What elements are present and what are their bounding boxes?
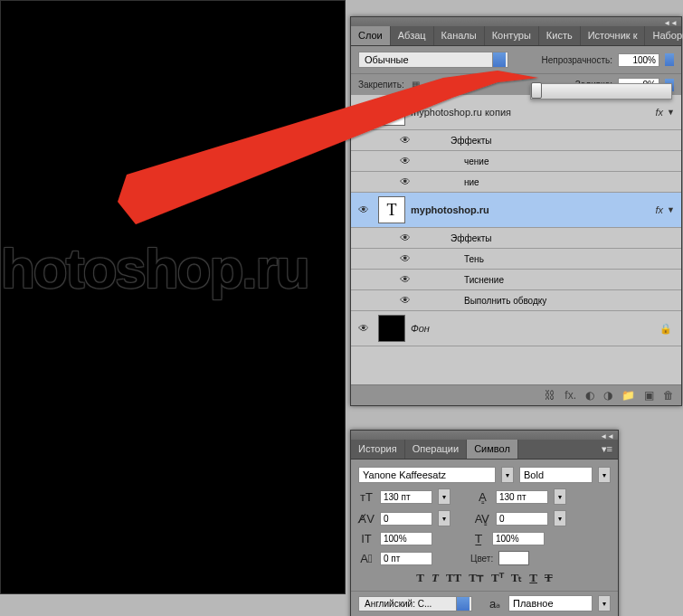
kerning-input[interactable]: 0	[380, 512, 432, 526]
expand-arrow-icon[interactable]: ▼	[667, 205, 678, 214]
tab-actions[interactable]: Операции	[405, 440, 467, 459]
effect-header[interactable]: 👁 Эффекты	[351, 228, 681, 249]
visibility-icon[interactable]: 👁	[396, 232, 414, 244]
tab-source[interactable]: Источник к	[581, 26, 646, 45]
visibility-icon[interactable]: 👁	[396, 175, 414, 188]
tracking-input[interactable]: 0	[496, 512, 548, 526]
visibility-icon[interactable]: 👁	[396, 273, 414, 286]
effect-item[interactable]: 👁 Тень	[351, 249, 681, 270]
panel-drag-header[interactable]: ◄◄	[351, 17, 681, 26]
smallcaps-button[interactable]: Tᴛ	[469, 571, 484, 585]
fx-badge[interactable]: fx	[655, 204, 667, 215]
fx-badge[interactable]: fx	[655, 107, 667, 118]
italic-button[interactable]: T	[432, 571, 439, 585]
effect-item[interactable]: 👁 Тиснение	[351, 270, 681, 290]
subscript-button[interactable]: Tₜ	[511, 571, 523, 585]
vscale-input[interactable]: 100%	[380, 532, 432, 545]
collapse-icon[interactable]: ◄◄	[663, 19, 678, 27]
visibility-icon[interactable]: 👁	[355, 106, 373, 118]
text-layer-thumb[interactable]: T	[378, 99, 405, 126]
effect-item[interactable]: 👁 чение	[351, 151, 681, 172]
dropdown-arrow-icon[interactable]: ▾	[598, 595, 611, 611]
blend-opacity-row: Обычные Непрозрачность: 100%	[351, 46, 681, 73]
dropdown-arrow-icon[interactable]: ▾	[554, 488, 566, 505]
layer-item-selected[interactable]: 👁 T myphotoshop.ru fx ▼	[351, 193, 681, 228]
style-buttons: T T TT Tᴛ Tᵀ Tₜ T T	[358, 571, 611, 585]
tab-paths[interactable]: Контуры	[485, 26, 539, 45]
underline-button[interactable]: T	[529, 571, 537, 585]
tab-character[interactable]: Символ	[467, 440, 518, 459]
leading-icon: A͇	[474, 490, 490, 504]
fill-slider-thumb[interactable]	[531, 82, 542, 99]
new-layer-icon[interactable]: ▣	[644, 389, 654, 402]
color-swatch[interactable]	[498, 551, 529, 565]
tab-paragraph[interactable]: Абзац	[391, 26, 434, 45]
lock-all-icon[interactable]: 🔒	[464, 79, 477, 91]
font-family-select[interactable]: Yanone Kaffeesatz	[358, 467, 496, 483]
layer-name[interactable]: myphotoshop.ru копия	[411, 107, 655, 118]
effect-item[interactable]: 👁 ние	[351, 172, 681, 193]
fill-slider-popup[interactable]	[530, 83, 672, 100]
dropdown-arrow-icon[interactable]: ▾	[598, 467, 611, 483]
adjustment-layer-icon[interactable]: ◑	[603, 389, 612, 402]
visibility-icon[interactable]: 👁	[396, 155, 414, 167]
layers-footer: ⛓ fx. ◐ ◑ 📁 ▣ 🗑	[351, 384, 681, 405]
font-weight-select[interactable]: Bold	[519, 467, 593, 483]
dropdown-arrow-icon[interactable]: ▾	[438, 510, 451, 526]
visibility-icon[interactable]: 👁	[355, 322, 373, 335]
char-tabs: История Операции Символ ▾≡	[351, 440, 618, 460]
layer-item-background[interactable]: 👁 Фон 🔒	[351, 311, 681, 346]
character-panel: ◄◄ История Операции Символ ▾≡ Yanone Kaf…	[350, 430, 619, 616]
bold-button[interactable]: T	[416, 571, 424, 585]
lock-transparency-icon[interactable]: ▦	[410, 79, 422, 91]
link-layers-icon[interactable]: ⛓	[545, 389, 555, 402]
visibility-icon[interactable]: 👁	[396, 134, 414, 147]
tab-channels[interactable]: Каналы	[434, 26, 485, 45]
layer-item[interactable]: 👁 T myphotoshop.ru копия fx ▼	[351, 95, 681, 130]
tab-layers[interactable]: Слои	[351, 26, 391, 45]
layer-style-icon[interactable]: fx.	[564, 389, 576, 402]
visibility-icon[interactable]: 👁	[355, 204, 373, 216]
effect-name: Выполнить обводку	[464, 296, 546, 306]
language-select[interactable]: Английский: С...	[358, 596, 472, 611]
visibility-icon[interactable]: 👁	[396, 252, 414, 265]
layer-name[interactable]: Фон	[411, 323, 659, 334]
tab-brush[interactable]: Кисть	[539, 26, 581, 45]
opacity-input[interactable]: 100%	[618, 53, 659, 67]
bg-layer-thumb[interactable]	[378, 315, 405, 342]
delete-layer-icon[interactable]: 🗑	[663, 389, 674, 402]
strikethrough-button[interactable]: T	[545, 571, 553, 585]
char-panel-header[interactable]: ◄◄	[351, 431, 618, 440]
group-icon[interactable]: 📁	[621, 389, 635, 402]
hscale-icon: T̲	[470, 532, 487, 545]
tab-presets[interactable]: Наборы ки	[645, 26, 683, 45]
layer-name[interactable]: myphotoshop.ru	[411, 204, 655, 215]
effect-header[interactable]: 👁 Эффекты	[351, 130, 681, 151]
vscale-icon: IT	[358, 532, 375, 545]
hscale-input[interactable]: 100%	[492, 532, 545, 545]
font-size-input[interactable]: 130 пт	[380, 490, 432, 504]
dropdown-arrow-icon[interactable]: ▾	[501, 467, 514, 483]
lock-pixels-icon[interactable]: ✎	[428, 79, 441, 91]
allcaps-button[interactable]: TT	[446, 571, 461, 585]
leading-input[interactable]: 130 пт	[496, 490, 548, 504]
blend-mode-select[interactable]: Обычные	[358, 52, 508, 68]
lock-position-icon[interactable]: ✥	[446, 79, 459, 91]
effect-item[interactable]: 👁 Выполнить обводку	[351, 290, 681, 311]
layer-mask-icon[interactable]: ◐	[585, 389, 594, 402]
superscript-button[interactable]: Tᵀ	[491, 571, 504, 585]
collapse-icon[interactable]: ◄◄	[600, 432, 614, 441]
expand-arrow-icon[interactable]: ▼	[667, 108, 678, 117]
visibility-icon[interactable]: 👁	[396, 294, 414, 307]
panel-menu-icon[interactable]: ▾≡	[596, 440, 618, 459]
antialias-select[interactable]: Плавное	[508, 595, 593, 611]
baseline-icon: Aͣ	[358, 552, 375, 565]
opacity-arrow[interactable]	[665, 53, 674, 66]
canvas-area[interactable]: hotoshop.ru	[0, 0, 346, 594]
dropdown-arrow-icon[interactable]: ▾	[554, 510, 566, 526]
dropdown-arrow-icon[interactable]: ▾	[438, 488, 451, 505]
text-layer-thumb[interactable]: T	[378, 196, 405, 223]
tab-history[interactable]: История	[351, 440, 405, 459]
baseline-input[interactable]: 0 пт	[380, 552, 432, 565]
effect-name: Эффекты	[451, 233, 491, 243]
